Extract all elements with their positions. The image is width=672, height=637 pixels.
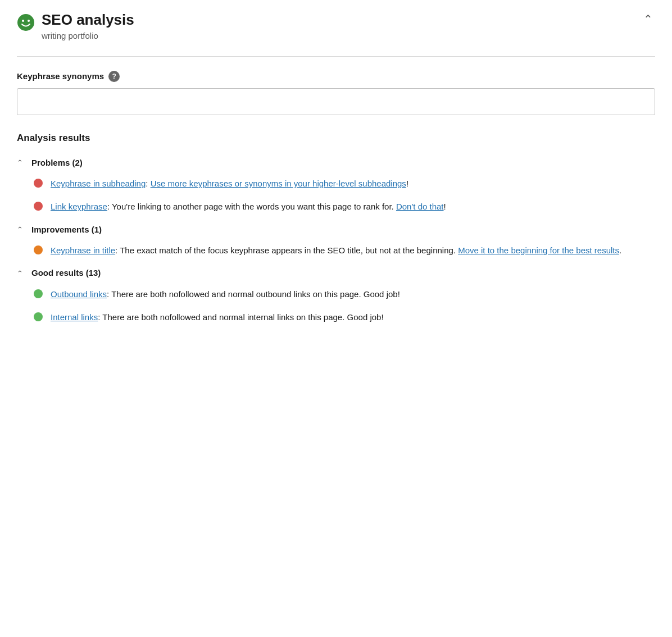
svg-point-1 (22, 20, 24, 22)
svg-point-2 (28, 20, 30, 22)
page-subtitle: writing portfolio (42, 30, 134, 43)
improvements-items: Keyphrase in title: The exact match of t… (31, 244, 655, 257)
dont-do-that-link[interactable]: Don't do that (396, 202, 444, 211)
seo-analysis-header: SEO analysis writing portfolio ⌃ (17, 11, 655, 52)
improvements-title: Improvements (1) (31, 224, 102, 236)
good-result-text-1: Outbound links: There are both nofollowe… (51, 288, 400, 301)
improvement-item-1: Keyphrase in title: The exact match of t… (34, 244, 655, 257)
improvements-chevron: ⌃ (17, 224, 26, 235)
problem-text-2: Link keyphrase: You're linking to anothe… (51, 200, 446, 213)
category-improvements: ⌃ Improvements (1) Keyphrase in title: T… (17, 224, 655, 257)
keyphrase-synonyms-input[interactable] (17, 88, 655, 115)
good-results-items: Outbound links: There are both nofollowe… (31, 288, 655, 324)
problems-items: Keyphrase in subheading: Use more keyphr… (31, 177, 655, 213)
problem-item-2: Link keyphrase: You're linking to anothe… (34, 200, 655, 213)
move-to-beginning-link[interactable]: Move it to the beginning for the best re… (458, 245, 619, 255)
good-results-header[interactable]: ⌃ Good results (13) (17, 267, 655, 280)
improvement-text-1: Keyphrase in title: The exact match of t… (51, 244, 621, 257)
keyphrase-in-subheading-link[interactable]: Keyphrase in subheading (51, 179, 146, 188)
green-dot-1 (34, 289, 43, 298)
smiley-icon (17, 13, 35, 31)
use-more-keyphrases-link[interactable]: Use more keyphrases or synonyms in your … (151, 179, 406, 188)
red-dot-2 (34, 202, 43, 211)
analysis-results-title: Analysis results (17, 131, 655, 145)
help-icon[interactable]: ? (108, 71, 120, 82)
outbound-links-link[interactable]: Outbound links (51, 289, 107, 299)
category-problems: ⌃ Problems (2) Keyphrase in subheading: … (17, 157, 655, 213)
good-result-item-1: Outbound links: There are both nofollowe… (34, 288, 655, 301)
header-divider (17, 56, 655, 57)
collapse-button[interactable]: ⌃ (641, 11, 655, 27)
header-left: SEO analysis writing portfolio (17, 11, 134, 43)
keyphrase-in-title-link[interactable]: Keyphrase in title (51, 245, 115, 255)
good-results-chevron: ⌃ (17, 268, 26, 279)
improvements-header[interactable]: ⌃ Improvements (1) (17, 224, 655, 236)
link-keyphrase-link[interactable]: Link keyphrase (51, 202, 107, 211)
internal-links-link[interactable]: Internal links (51, 312, 98, 322)
problems-title: Problems (2) (31, 157, 83, 170)
category-good-results: ⌃ Good results (13) Outbound links: Ther… (17, 267, 655, 324)
svg-point-0 (17, 14, 34, 31)
green-dot-2 (34, 312, 43, 321)
keyphrase-synonyms-label: Keyphrase synonyms ? (17, 70, 655, 83)
page-title: SEO analysis (42, 11, 134, 29)
orange-dot-1 (34, 245, 43, 254)
header-titles: SEO analysis writing portfolio (42, 11, 134, 43)
good-result-text-2: Internal links: There are both nofollowe… (51, 311, 384, 324)
red-dot-1 (34, 179, 43, 188)
problems-chevron: ⌃ (17, 157, 26, 169)
good-results-title: Good results (13) (31, 267, 101, 280)
problem-item-1: Keyphrase in subheading: Use more keyphr… (34, 177, 655, 190)
good-result-item-2: Internal links: There are both nofollowe… (34, 311, 655, 324)
problem-text-1: Keyphrase in subheading: Use more keyphr… (51, 177, 408, 190)
problems-header[interactable]: ⌃ Problems (2) (17, 157, 655, 170)
